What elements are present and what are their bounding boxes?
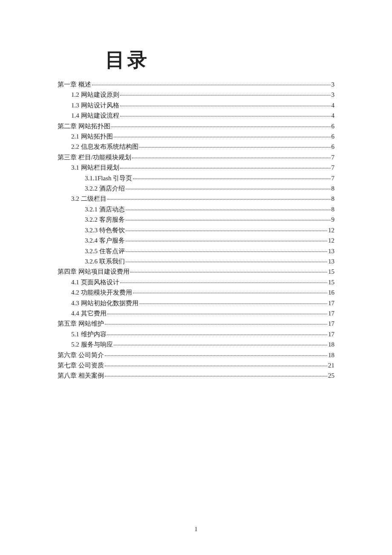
toc-entry[interactable]: 1.2 网站建设原则3 [58,90,334,100]
toc-leader-dots [107,335,328,335]
toc-leader-dots [126,231,327,231]
toc-entry-page: 8 [331,183,335,194]
toc-entry-label: 3.2.2 酒店介绍 [85,183,125,194]
toc-entry[interactable]: 第八章 相关案例25 [58,370,334,381]
document-page: 目录 第一章 概述31.2 网站建设原则31.3 网站设计风格41.4 网站建设… [0,0,392,555]
toc-entry-page: 13 [328,256,334,266]
toc-entry-label: 第五章 网站维护 [58,318,104,329]
toc-leader-dots [105,366,327,366]
toc-entry[interactable]: 3.2.2 酒店介绍8 [58,183,334,194]
toc-entry[interactable]: 3.2.2 客房服务9 [58,214,334,225]
toc-entry-label: 2.2 信息发布系统结构图 [71,142,138,152]
toc-entry[interactable]: 1.3 网站设计风格4 [58,100,334,110]
page-title: 目录 [105,47,150,73]
toc-leader-dots [92,85,331,85]
toc-entry[interactable]: 第一章 概述3 [58,79,334,90]
toc-entry-label: 第八章 相关案例 [58,370,104,381]
toc-entry-label: 第七章 公司资质 [58,360,104,370]
toc-entry[interactable]: 3.2.1 酒店动态8 [58,204,334,214]
toc-entry-page: 7 [331,173,335,183]
toc-entry-label: 第一章 概述 [58,79,91,90]
toc-leader-dots [114,345,328,345]
toc-entry[interactable]: 3.2 二级栏目8 [58,194,334,204]
toc-entry-label: 第六章 公司简介 [58,350,104,360]
toc-leader-dots [126,189,331,189]
toc-entry[interactable]: 3.1 网站栏目规划7 [58,162,334,173]
toc-entry-page: 6 [331,121,335,131]
toc-entry[interactable]: 2.2 信息发布系统结构图6 [58,142,334,152]
toc-entry-label: 4.3 网站初始化数据费用 [71,298,138,308]
toc-leader-dots [126,262,327,262]
toc-entry[interactable]: 3.2.6 联系我们13 [58,256,334,266]
toc-entry[interactable]: 3.2.4 客户服务12 [58,235,334,246]
toc-entry-label: 3.2.4 客户服务 [85,235,125,246]
toc-entry[interactable]: 第三章 栏目/功能模块规划7 [58,152,334,162]
toc-entry-label: 4.2 功能模块开发费用 [71,287,132,298]
toc-entry-label: 1.2 网站建设原则 [71,90,119,100]
toc-entry[interactable]: 4.1 页面风格设计15 [58,277,334,287]
toc-entry-page: 25 [328,370,334,381]
toc-entry-label: 3.2.5 住客点评 [85,246,125,256]
toc-entry[interactable]: 第二章 网站拓扑图6 [58,121,334,131]
toc-entry-label: 3.2.6 联系我们 [85,256,125,266]
toc-leader-dots [120,106,331,106]
toc-entry-label: 第三章 栏目/功能模块规划 [58,152,131,162]
toc-entry-label: 3.1.1Flash 引导页 [85,173,132,183]
table-of-contents: 第一章 概述31.2 网站建设原则31.3 网站设计风格41.4 网站建设流程4… [58,79,334,381]
toc-entry[interactable]: 3.2.3 特色餐饮12 [58,225,334,235]
toc-entry-label: 3.2.3 特色餐饮 [85,225,125,235]
toc-entry[interactable]: 第四章 网站项目建设费用15 [58,266,334,277]
toc-entry-label: 1.4 网站建设流程 [71,110,119,121]
toc-entry-page: 4 [331,100,335,110]
toc-entry-page: 17 [328,329,334,339]
toc-leader-dots [133,179,330,179]
toc-entry-page: 8 [331,204,335,214]
toc-leader-dots [105,324,327,324]
toc-entry[interactable]: 5.1 维护内容17 [58,329,334,339]
toc-entry-page: 6 [331,131,335,142]
toc-entry[interactable]: 第七章 公司资质21 [58,360,334,370]
toc-leader-dots [126,220,331,220]
toc-entry-label: 3.2.1 酒店动态 [85,204,125,214]
toc-leader-dots [126,210,331,210]
toc-entry-page: 8 [331,194,335,204]
toc-entry-page: 12 [328,225,334,235]
toc-entry[interactable]: 第六章 公司简介18 [58,350,334,360]
toc-leader-dots [105,356,327,356]
toc-leader-dots [120,283,328,283]
toc-entry[interactable]: 3.1.1Flash 引导页7 [58,173,334,183]
toc-entry-label: 5.1 维护内容 [71,329,107,339]
toc-entry[interactable]: 5.2 服务与响应18 [58,339,334,350]
toc-entry-label: 4.1 页面风格设计 [71,277,119,287]
toc-leader-dots [114,137,331,137]
toc-entry-page: 17 [328,298,334,308]
toc-entry[interactable]: 4.4 其它费用17 [58,308,334,318]
toc-entry[interactable]: 4.3 网站初始化数据费用17 [58,298,334,308]
toc-entry-page: 4 [331,110,335,121]
toc-leader-dots [139,304,328,304]
toc-entry-page: 9 [331,214,335,225]
toc-leader-dots [107,314,328,314]
toc-entry-page: 21 [328,360,334,370]
toc-entry-page: 15 [328,266,334,277]
toc-entry-page: 15 [328,277,334,287]
toc-entry-page: 13 [328,246,334,256]
toc-entry-label: 第二章 网站拓扑图 [58,121,110,131]
toc-entry[interactable]: 3.2.5 住客点评13 [58,246,334,256]
toc-entry-label: 2.1 网站拓扑图 [71,131,113,142]
toc-leader-dots [139,147,331,147]
toc-leader-dots [126,241,327,241]
page-number: 1 [0,526,392,533]
toc-entry[interactable]: 2.1 网站拓扑图6 [58,131,334,142]
toc-leader-dots [130,272,327,272]
toc-leader-dots [105,376,327,376]
toc-entry[interactable]: 4.2 功能模块开发费用16 [58,287,334,298]
toc-entry-label: 3.2 二级栏目 [71,194,107,204]
toc-entry-page: 16 [328,287,334,298]
toc-entry-page: 7 [331,152,335,162]
toc-leader-dots [126,251,327,252]
toc-entry-label: 3.1 网站栏目规划 [71,162,119,173]
toc-entry[interactable]: 1.4 网站建设流程4 [58,110,334,121]
toc-entry-label: 4.4 其它费用 [71,308,107,318]
toc-entry[interactable]: 第五章 网站维护17 [58,318,334,329]
